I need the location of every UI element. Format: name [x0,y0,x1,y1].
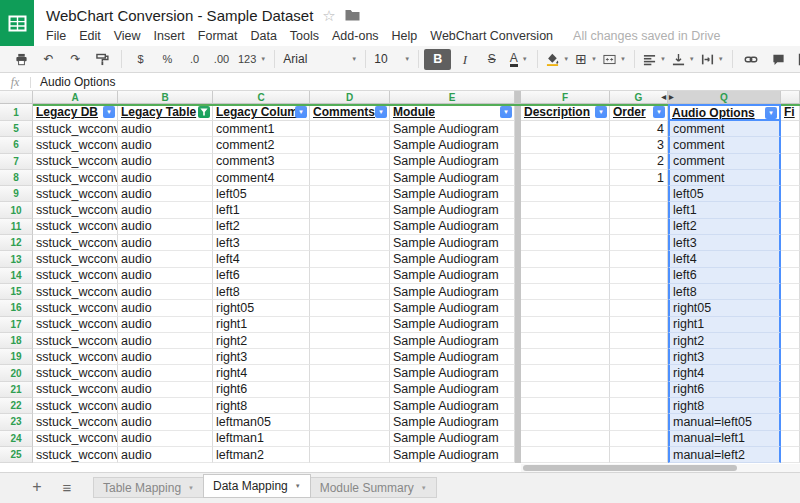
horizontal-scrollbar[interactable] [521,464,800,472]
grid-cell[interactable] [521,268,610,284]
grid-cell[interactable] [310,137,390,153]
menu-help[interactable]: Help [392,29,418,43]
grid-cell[interactable]: right2 [668,333,781,349]
grid-cell[interactable] [521,186,610,202]
grid-cell[interactable] [610,202,668,218]
vertical-align-button[interactable]: ▼ [669,49,698,70]
grid-cell[interactable] [610,382,668,398]
grid-cell[interactable]: Sample Audiogram [390,398,515,414]
grid-cell[interactable]: right6 [668,382,781,398]
grid-cell[interactable] [781,186,800,202]
grid-cell[interactable]: audio [118,219,213,235]
grid-cell[interactable]: sstuck_wcconv [33,414,118,430]
grid-cell[interactable]: sstuck_wcconv [33,219,118,235]
grid-cell[interactable]: 2 [610,154,668,170]
grid-cell[interactable]: audio [118,284,213,300]
grid-cell[interactable] [781,251,800,267]
column-header-cell[interactable]: Description▼ [521,104,610,121]
grid-cell[interactable]: Sample Audiogram [390,219,515,235]
grid-cell[interactable] [781,219,800,235]
menu-view[interactable]: View [114,29,141,43]
grid-cell[interactable]: left1 [213,202,310,218]
text-wrap-button[interactable]: ▼ [698,49,727,70]
redo-button[interactable]: ↷ [62,49,89,70]
grid-cell[interactable]: audio [118,202,213,218]
format-percent-button[interactable]: % [154,49,181,70]
row-number[interactable]: 1 [0,104,33,121]
decrease-decimal-button[interactable]: .0 [181,49,208,70]
grid-cell[interactable] [781,154,800,170]
add-sheet-button[interactable]: + [26,478,48,496]
grid-cell[interactable]: Sample Audiogram [390,349,515,365]
grid-cell[interactable] [610,186,668,202]
grid-cell[interactable]: audio [118,186,213,202]
grid-cell[interactable] [310,300,390,316]
row-number[interactable]: 9 [0,186,33,202]
grid-cell[interactable]: Sample Audiogram [390,317,515,333]
grid-cell[interactable]: Sample Audiogram [390,186,515,202]
grid-cell[interactable]: left8 [668,284,781,300]
grid-cell[interactable] [310,317,390,333]
grid-cell[interactable]: sstuck_wcconv [33,365,118,381]
menu-tools[interactable]: Tools [290,29,319,43]
grid-cell[interactable]: manual=left1 [668,431,781,447]
column-header-cell[interactable]: Legacy Column▼ [213,104,310,121]
grid-cell[interactable] [310,333,390,349]
grid-cell[interactable] [610,235,668,251]
row-number[interactable]: 23 [0,414,33,430]
grid-cell[interactable] [310,414,390,430]
active-filter-button[interactable] [198,106,210,118]
grid-cell[interactable]: sstuck_wcconv [33,431,118,447]
menu-insert[interactable]: Insert [154,29,185,43]
document-title[interactable]: WebChart Conversion - Sample Dataset [46,7,313,24]
row-number[interactable]: 24 [0,431,33,447]
column-header-cell[interactable]: Legacy Table [118,104,213,121]
filter-dropdown-button[interactable]: ▼ [103,106,115,118]
grid-cell[interactable] [310,121,390,137]
paint-format-button[interactable] [89,49,116,70]
grid-cell[interactable]: right1 [668,317,781,333]
grid-cell[interactable]: comment [668,154,781,170]
grid-cell[interactable] [310,349,390,365]
grid-cell[interactable]: right05 [213,300,310,316]
grid-cell[interactable] [781,414,800,430]
grid-cell[interactable] [521,382,610,398]
select-all-corner[interactable] [0,91,33,104]
grid-cell[interactable]: right2 [213,333,310,349]
grid-cell[interactable]: audio [118,414,213,430]
grid-cell[interactable]: sstuck_wcconv [33,186,118,202]
insert-chart-button[interactable] [792,49,800,70]
menu-data[interactable]: Data [250,29,276,43]
row-number[interactable]: 16 [0,300,33,316]
grid-cell[interactable]: Sample Audiogram [390,414,515,430]
grid-cell[interactable] [610,333,668,349]
grid-cell[interactable] [521,333,610,349]
row-number[interactable]: 8 [0,170,33,186]
grid-cell[interactable]: left3 [668,235,781,251]
borders-button[interactable]: ⊞▼ [572,49,600,70]
grid-cell[interactable] [310,154,390,170]
grid-cell[interactable]: sstuck_wcconv [33,349,118,365]
sheets-logo[interactable] [0,0,34,46]
grid-cell[interactable] [521,349,610,365]
increase-decimal-button[interactable]: .00 [208,49,235,70]
insert-comment-button[interactable] [765,49,792,70]
column-letter-G[interactable]: G◀ [610,91,668,104]
grid-cell[interactable]: audio [118,251,213,267]
grid-cell[interactable] [521,235,610,251]
grid-cell[interactable]: left2 [213,219,310,235]
grid-cell[interactable] [310,219,390,235]
grid-cell[interactable]: comment2 [213,137,310,153]
grid-cell[interactable]: manual=left2 [668,447,781,463]
grid-cell[interactable]: audio [118,268,213,284]
grid-cell[interactable] [310,382,390,398]
grid-cell[interactable] [781,431,800,447]
format-currency-button[interactable]: $ [127,49,154,70]
menu-format[interactable]: Format [198,29,238,43]
grid-cell[interactable]: right05 [668,300,781,316]
grid-cell[interactable] [521,284,610,300]
formula-bar-value[interactable]: Audio Options [40,75,115,89]
grid-cell[interactable] [781,170,800,186]
grid-cell[interactable] [310,202,390,218]
column-letter-C[interactable]: C [213,91,310,104]
